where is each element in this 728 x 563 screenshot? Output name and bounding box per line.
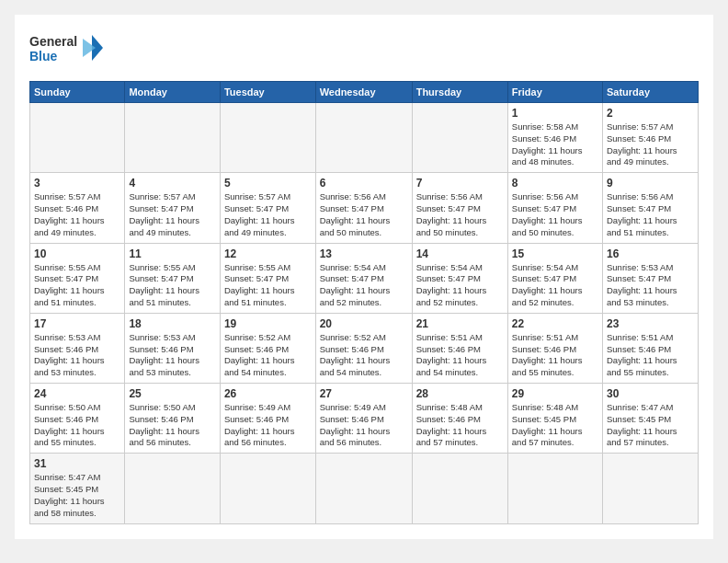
header-tuesday: Tuesday [220, 82, 315, 103]
day-number: 21 [416, 317, 504, 330]
calendar-cell: 7Sunrise: 5:56 AM Sunset: 5:47 PM Daylig… [412, 173, 507, 243]
calendar-cell: 1Sunrise: 5:58 AM Sunset: 5:46 PM Daylig… [507, 103, 602, 173]
day-number: 2 [607, 107, 694, 120]
day-number: 29 [512, 387, 598, 400]
day-info: Sunrise: 5:58 AM Sunset: 5:46 PM Dayligh… [512, 121, 598, 168]
calendar-cell [315, 103, 412, 173]
week-row-2: 3Sunrise: 5:57 AM Sunset: 5:46 PM Daylig… [30, 173, 699, 243]
calendar-cell: 17Sunrise: 5:53 AM Sunset: 5:46 PM Dayli… [30, 313, 125, 383]
day-info: Sunrise: 5:56 AM Sunset: 5:47 PM Dayligh… [320, 191, 408, 238]
day-info: Sunrise: 5:56 AM Sunset: 5:47 PM Dayligh… [607, 191, 694, 238]
day-info: Sunrise: 5:57 AM Sunset: 5:47 PM Dayligh… [129, 191, 216, 238]
day-number: 10 [34, 247, 120, 260]
day-number: 12 [224, 247, 312, 260]
calendar-cell: 25Sunrise: 5:50 AM Sunset: 5:46 PM Dayli… [125, 384, 221, 454]
calendar-cell: 24Sunrise: 5:50 AM Sunset: 5:46 PM Dayli… [30, 384, 125, 454]
day-info: Sunrise: 5:52 AM Sunset: 5:46 PM Dayligh… [224, 332, 312, 379]
calendar-cell: 10Sunrise: 5:55 AM Sunset: 5:47 PM Dayli… [30, 243, 125, 313]
calendar-cell: 2Sunrise: 5:57 AM Sunset: 5:46 PM Daylig… [602, 103, 698, 173]
week-row-5: 24Sunrise: 5:50 AM Sunset: 5:46 PM Dayli… [30, 384, 699, 454]
calendar-cell: 4Sunrise: 5:57 AM Sunset: 5:47 PM Daylig… [125, 173, 221, 243]
day-info: Sunrise: 5:50 AM Sunset: 5:46 PM Dayligh… [129, 402, 216, 449]
calendar-cell [220, 103, 315, 173]
day-info: Sunrise: 5:57 AM Sunset: 5:47 PM Dayligh… [224, 191, 312, 238]
day-number: 7 [416, 177, 504, 190]
day-number: 5 [224, 177, 312, 190]
day-number: 3 [34, 177, 120, 190]
header-sunday: Sunday [30, 82, 125, 103]
day-info: Sunrise: 5:52 AM Sunset: 5:46 PM Dayligh… [320, 332, 408, 379]
day-number: 4 [129, 177, 216, 190]
day-number: 6 [320, 177, 408, 190]
calendar-cell: 13Sunrise: 5:54 AM Sunset: 5:47 PM Dayli… [315, 243, 412, 313]
calendar-cell: 15Sunrise: 5:54 AM Sunset: 5:47 PM Dayli… [507, 243, 602, 313]
week-row-1: 1Sunrise: 5:58 AM Sunset: 5:46 PM Daylig… [30, 103, 699, 173]
day-number: 17 [34, 317, 120, 330]
page: General Blue SundayMondayTuesdayWednesda… [15, 15, 713, 539]
day-number: 11 [129, 247, 216, 260]
calendar-cell: 12Sunrise: 5:55 AM Sunset: 5:47 PM Dayli… [220, 243, 315, 313]
week-row-6: 31Sunrise: 5:47 AM Sunset: 5:45 PM Dayli… [30, 454, 699, 523]
calendar-cell: 16Sunrise: 5:53 AM Sunset: 5:47 PM Dayli… [602, 243, 698, 313]
day-info: Sunrise: 5:48 AM Sunset: 5:46 PM Dayligh… [416, 402, 504, 449]
calendar-cell: 8Sunrise: 5:56 AM Sunset: 5:47 PM Daylig… [507, 173, 602, 243]
day-number: 1 [512, 107, 598, 120]
day-info: Sunrise: 5:56 AM Sunset: 5:47 PM Dayligh… [416, 191, 504, 238]
calendar-cell: 21Sunrise: 5:51 AM Sunset: 5:46 PM Dayli… [412, 313, 507, 383]
calendar-cell: 6Sunrise: 5:56 AM Sunset: 5:47 PM Daylig… [315, 173, 412, 243]
calendar-header-row: SundayMondayTuesdayWednesdayThursdayFrid… [30, 82, 699, 103]
calendar-cell: 23Sunrise: 5:51 AM Sunset: 5:46 PM Dayli… [602, 313, 698, 383]
calendar-cell: 19Sunrise: 5:52 AM Sunset: 5:46 PM Dayli… [220, 313, 315, 383]
day-number: 24 [34, 387, 120, 400]
calendar-cell: 20Sunrise: 5:52 AM Sunset: 5:46 PM Dayli… [315, 313, 412, 383]
calendar-cell: 9Sunrise: 5:56 AM Sunset: 5:47 PM Daylig… [602, 173, 698, 243]
day-info: Sunrise: 5:51 AM Sunset: 5:46 PM Dayligh… [512, 332, 598, 379]
day-info: Sunrise: 5:48 AM Sunset: 5:45 PM Dayligh… [512, 402, 598, 449]
day-number: 18 [129, 317, 216, 330]
day-number: 14 [416, 247, 504, 260]
day-number: 8 [512, 177, 598, 190]
day-number: 9 [607, 177, 694, 190]
day-number: 28 [416, 387, 504, 400]
calendar-cell [602, 454, 698, 523]
day-info: Sunrise: 5:49 AM Sunset: 5:46 PM Dayligh… [320, 402, 408, 449]
day-info: Sunrise: 5:57 AM Sunset: 5:46 PM Dayligh… [34, 191, 120, 238]
header-monday: Monday [125, 82, 221, 103]
header-friday: Friday [507, 82, 602, 103]
calendar-cell: 26Sunrise: 5:49 AM Sunset: 5:46 PM Dayli… [220, 384, 315, 454]
calendar-cell: 27Sunrise: 5:49 AM Sunset: 5:46 PM Dayli… [315, 384, 412, 454]
day-number: 31 [34, 457, 120, 470]
day-info: Sunrise: 5:57 AM Sunset: 5:46 PM Dayligh… [607, 121, 694, 168]
logo-svg: General Blue [29, 29, 103, 70]
calendar-cell: 3Sunrise: 5:57 AM Sunset: 5:46 PM Daylig… [30, 173, 125, 243]
day-number: 27 [320, 387, 408, 400]
day-info: Sunrise: 5:55 AM Sunset: 5:47 PM Dayligh… [34, 262, 120, 309]
calendar: SundayMondayTuesdayWednesdayThursdayFrid… [29, 81, 699, 524]
day-info: Sunrise: 5:53 AM Sunset: 5:47 PM Dayligh… [607, 262, 694, 309]
day-number: 20 [320, 317, 408, 330]
calendar-cell [412, 454, 507, 523]
calendar-cell [507, 454, 602, 523]
day-info: Sunrise: 5:54 AM Sunset: 5:47 PM Dayligh… [416, 262, 504, 309]
day-info: Sunrise: 5:54 AM Sunset: 5:47 PM Dayligh… [320, 262, 408, 309]
svg-text:Blue: Blue [29, 49, 58, 63]
day-number: 22 [512, 317, 598, 330]
day-info: Sunrise: 5:51 AM Sunset: 5:46 PM Dayligh… [416, 332, 504, 379]
day-info: Sunrise: 5:54 AM Sunset: 5:47 PM Dayligh… [512, 262, 598, 309]
calendar-cell: 5Sunrise: 5:57 AM Sunset: 5:47 PM Daylig… [220, 173, 315, 243]
day-info: Sunrise: 5:47 AM Sunset: 5:45 PM Dayligh… [607, 402, 694, 449]
day-info: Sunrise: 5:53 AM Sunset: 5:46 PM Dayligh… [34, 332, 120, 379]
week-row-4: 17Sunrise: 5:53 AM Sunset: 5:46 PM Dayli… [30, 313, 699, 383]
calendar-cell [315, 454, 412, 523]
day-info: Sunrise: 5:56 AM Sunset: 5:47 PM Dayligh… [512, 191, 598, 238]
day-info: Sunrise: 5:55 AM Sunset: 5:47 PM Dayligh… [224, 262, 312, 309]
header-saturday: Saturday [602, 82, 698, 103]
header: General Blue [29, 29, 699, 70]
svg-text:General: General [29, 34, 77, 49]
calendar-cell: 11Sunrise: 5:55 AM Sunset: 5:47 PM Dayli… [125, 243, 221, 313]
day-number: 23 [607, 317, 694, 330]
week-row-3: 10Sunrise: 5:55 AM Sunset: 5:47 PM Dayli… [30, 243, 699, 313]
calendar-cell [412, 103, 507, 173]
calendar-cell: 28Sunrise: 5:48 AM Sunset: 5:46 PM Dayli… [412, 384, 507, 454]
calendar-cell: 22Sunrise: 5:51 AM Sunset: 5:46 PM Dayli… [507, 313, 602, 383]
